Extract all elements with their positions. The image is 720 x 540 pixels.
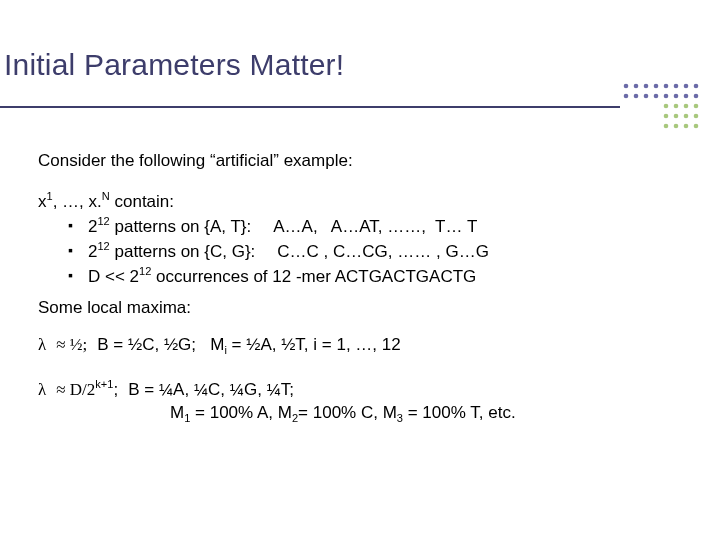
slide-title: Initial Parameters Matter! [4, 48, 344, 82]
svg-point-0 [624, 84, 629, 89]
svg-point-7 [694, 84, 699, 89]
svg-point-8 [624, 94, 629, 99]
contain-prefix: x [38, 192, 47, 211]
lambda-row-1: λ≈ ½;B = ½C, ½G; Mi = ½A, ½T, i = 1, …, … [38, 334, 678, 357]
svg-point-24 [664, 124, 669, 129]
bullet-lead: D << 2 [88, 267, 139, 286]
intro-text: Consider the following “artificial” exam… [38, 150, 678, 173]
decoration-dots-icon [620, 80, 700, 136]
svg-point-23 [694, 114, 699, 119]
svg-point-4 [664, 84, 669, 89]
row2-m3-tail: = 100% T, etc. [403, 403, 516, 422]
bullet-item: D << 212 occurrences of 12 -mer ACTGACTG… [68, 266, 678, 289]
svg-point-2 [644, 84, 649, 89]
bullet-list: 212 patterns on {A, T}:A…A, A…AT, ……, T…… [68, 216, 678, 289]
title-underline [0, 106, 620, 108]
row2-semi: ; [113, 380, 118, 399]
svg-point-15 [694, 94, 699, 99]
bullet-rest: patterns on {C, G}: [110, 242, 256, 261]
row2-line2: M1 = 100% A, M2= 100% C, M3 = 100% T, et… [38, 403, 516, 422]
lambda-symbol: λ [38, 335, 46, 354]
svg-point-9 [634, 94, 639, 99]
lambda-row-2: λ≈ D/2k+1;B = ¼A, ¼C, ¼G, ¼T; M1 = 100% … [38, 379, 678, 425]
svg-point-14 [684, 94, 689, 99]
svg-point-11 [654, 94, 659, 99]
bullet-tail: A…A, A…AT, ……, T… T [273, 217, 477, 236]
svg-point-5 [674, 84, 679, 89]
row2-m1-tail: = 100% A, M [190, 403, 292, 422]
maxima-label: Some local maxima: [38, 297, 678, 320]
contain-suffix: contain: [110, 192, 174, 211]
svg-point-25 [674, 124, 679, 129]
row1-rest: B = ½C, ½G; M [97, 335, 224, 354]
svg-point-1 [634, 84, 639, 89]
contain-mid: , …, x. [53, 192, 102, 211]
svg-point-18 [684, 104, 689, 109]
svg-point-22 [684, 114, 689, 119]
svg-point-26 [684, 124, 689, 129]
bullet-rest: occurrences of 12 -mer ACTGACTGACTG [151, 267, 476, 286]
lambda-symbol: λ [38, 380, 46, 399]
row2-m2-tail: = 100% C, M [298, 403, 397, 422]
bullet-item: 212 patterns on {A, T}:A…A, A…AT, ……, T…… [68, 216, 678, 239]
bullet-rest: patterns on {A, T}: [110, 217, 251, 236]
svg-point-19 [694, 104, 699, 109]
bullet-sup: 12 [139, 265, 151, 277]
row2-sup: k+1 [95, 378, 113, 390]
contain-line: x1, …, x.N contain: [38, 191, 678, 214]
svg-point-3 [654, 84, 659, 89]
svg-point-10 [644, 94, 649, 99]
svg-point-12 [664, 94, 669, 99]
svg-point-20 [664, 114, 669, 119]
bullet-sup: 12 [97, 215, 109, 227]
svg-point-16 [664, 104, 669, 109]
slide-body: Consider the following “artificial” exam… [38, 150, 678, 446]
svg-point-13 [674, 94, 679, 99]
svg-point-27 [694, 124, 699, 129]
row2-btext: B = ¼A, ¼C, ¼G, ¼T; [128, 380, 294, 399]
approx-text: ≈ D/2 [56, 380, 95, 399]
row2-m1: M [170, 403, 184, 422]
svg-point-17 [674, 104, 679, 109]
bullet-tail: C…C , C…CG, …… , G…G [277, 242, 489, 261]
bullet-item: 212 patterns on {C, G}:C…C , C…CG, …… , … [68, 241, 678, 264]
bullet-sup: 12 [97, 240, 109, 252]
approx-text: ≈ ½; [56, 335, 87, 354]
svg-point-21 [674, 114, 679, 119]
svg-point-6 [684, 84, 689, 89]
contain-supN: N [102, 190, 110, 202]
row1-tail: = ½A, ½T, i = 1, …, 12 [227, 335, 401, 354]
